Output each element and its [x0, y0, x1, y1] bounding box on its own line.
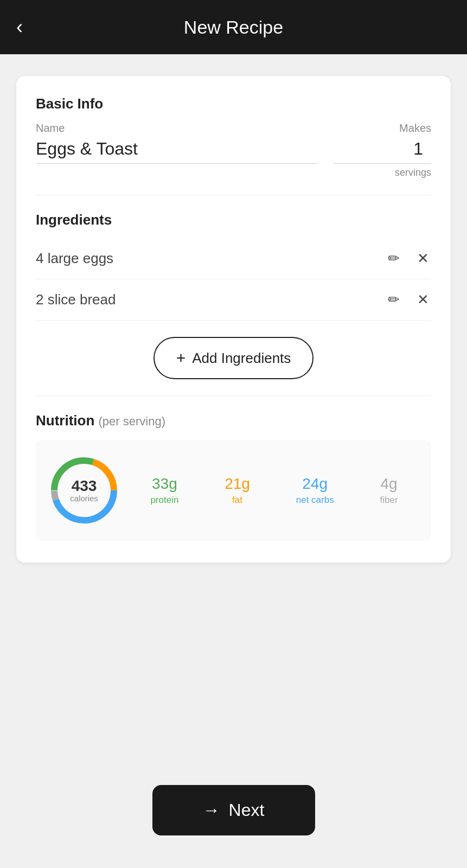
fiber-label: fiber — [380, 495, 398, 506]
delete-ingredient-1[interactable] — [415, 289, 431, 310]
nutrition-title: Nutrition (per serving) — [36, 412, 431, 429]
basic-info-fields: Name Makes servings — [36, 122, 431, 178]
ingredient-text-1: 2 slice bread — [36, 291, 386, 308]
nutrition-stats: 33g protein 21g fat 24g net carbs 4g fib… — [130, 475, 418, 506]
name-label: Name — [36, 122, 317, 135]
edit-ingredient-1[interactable] — [386, 289, 402, 310]
ingredient-text-0: 4 large eggs — [36, 250, 386, 267]
net-carbs-stat: 24g net carbs — [296, 475, 334, 506]
ingredient-actions-1 — [386, 289, 431, 310]
makes-field-group: Makes servings — [334, 122, 431, 178]
ingredient-actions-0 — [386, 248, 431, 269]
name-field-group: Name — [36, 122, 317, 178]
calories-label: calories — [70, 494, 98, 503]
calorie-text: 433 calories — [70, 478, 98, 503]
add-ingredients-label: Add Ingredients — [192, 350, 291, 367]
nutrition-box: 433 calories 33g protein 21g fat 24g — [36, 440, 431, 541]
fiber-value: 4g — [380, 475, 398, 493]
close-icon — [417, 250, 429, 266]
nutrition-label: Nutrition — [36, 412, 94, 429]
fat-label: fat — [225, 495, 250, 506]
page-title: New Recipe — [184, 17, 283, 38]
basic-info-section: Basic Info Name Makes servings — [36, 95, 431, 178]
net-carbs-label: net carbs — [296, 495, 334, 506]
header: ‹ New Recipe — [0, 0, 467, 54]
divider-1 — [36, 195, 431, 195]
pencil-icon — [388, 250, 400, 266]
calorie-circle: 433 calories — [49, 455, 119, 526]
fat-stat: 21g fat — [225, 475, 250, 506]
ingredients-title: Ingredients — [36, 212, 431, 228]
add-ingredients-button[interactable]: Add Ingredients — [153, 337, 314, 379]
recipe-card: Basic Info Name Makes servings Ingredien… — [16, 76, 451, 563]
next-label: Next — [229, 800, 265, 820]
next-button-container: Next — [152, 785, 315, 835]
basic-info-title: Basic Info — [36, 95, 431, 112]
edit-ingredient-0[interactable] — [386, 248, 402, 269]
arrow-icon — [203, 800, 220, 820]
makes-input[interactable] — [334, 139, 431, 164]
divider-2 — [36, 395, 431, 396]
fiber-stat: 4g fiber — [380, 475, 398, 506]
protein-value: 33g — [150, 475, 178, 493]
protein-label: protein — [150, 495, 178, 506]
nutrition-section: Nutrition (per serving) — [36, 412, 431, 541]
protein-stat: 33g protein — [150, 475, 178, 506]
calories-value: 433 — [70, 478, 98, 494]
makes-label: Makes — [399, 122, 431, 135]
fat-value: 21g — [225, 475, 250, 493]
pencil-icon-1 — [388, 291, 400, 308]
next-button[interactable]: Next — [152, 785, 315, 835]
delete-ingredient-0[interactable] — [415, 248, 431, 269]
plus-icon — [176, 349, 186, 367]
ingredients-section: Ingredients 4 large eggs 2 slice bread — [36, 212, 431, 379]
ingredient-row-1: 2 slice bread — [36, 279, 431, 321]
main-content: Basic Info Name Makes servings Ingredien… — [0, 54, 467, 584]
net-carbs-value: 24g — [296, 475, 334, 493]
servings-label: servings — [395, 167, 431, 178]
per-serving-label: (per serving) — [99, 414, 165, 428]
close-icon-1 — [417, 291, 429, 308]
ingredient-row-0: 4 large eggs — [36, 238, 431, 279]
back-button[interactable]: ‹ — [16, 16, 23, 39]
name-input[interactable] — [36, 139, 317, 164]
